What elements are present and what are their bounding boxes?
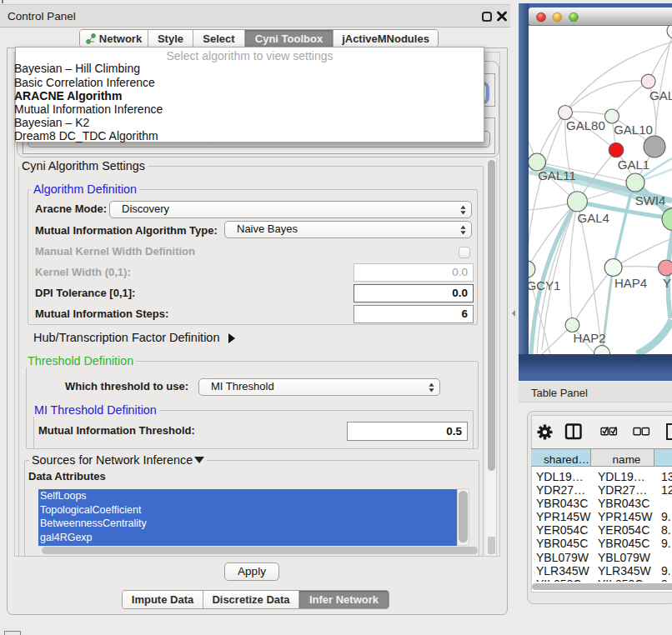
svg-text:GAL1: GAL1	[618, 158, 649, 172]
svg-text:SWI4: SWI4	[635, 193, 666, 208]
svg-text:HAP2: HAP2	[573, 331, 605, 345]
svg-text:GAL11: GAL11	[538, 168, 576, 182]
svg-text:HAP4: HAP4	[614, 276, 647, 290]
svg-text:GCY1: GCY1	[527, 278, 561, 292]
svg-text:GAL80: GAL80	[566, 118, 605, 132]
svg-text:Y: Y	[663, 276, 671, 290]
svg-text:GAL7: GAL7	[649, 88, 672, 102]
svg-text:GAL4: GAL4	[578, 211, 609, 225]
svg-text:GAL10: GAL10	[614, 122, 653, 137]
